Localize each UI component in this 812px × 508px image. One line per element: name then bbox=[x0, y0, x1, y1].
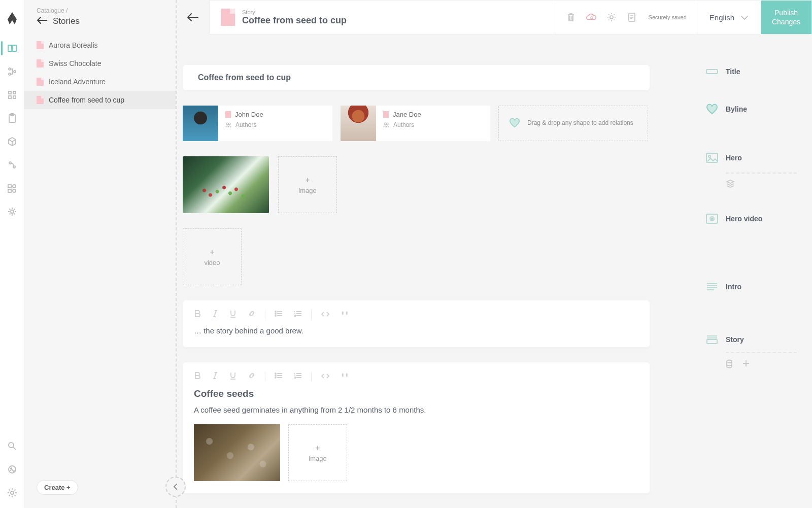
hero-image[interactable] bbox=[183, 156, 269, 213]
breadcrumb: Catalogue / bbox=[37, 7, 165, 14]
code-icon[interactable] bbox=[321, 310, 330, 319]
sidebar-item-story[interactable]: Aurora Borealis bbox=[24, 36, 176, 54]
byline-field: John Doe Authors Jane Doe bbox=[183, 106, 650, 141]
heart-icon bbox=[705, 104, 719, 115]
field-label-story[interactable]: Story bbox=[705, 334, 797, 345]
svg-rect-38 bbox=[707, 340, 717, 344]
plus-icon: + bbox=[305, 176, 310, 185]
bold-icon[interactable] bbox=[194, 310, 201, 319]
title-icon bbox=[705, 66, 719, 77]
create-button[interactable]: Create + bbox=[37, 480, 78, 495]
settings-icon[interactable] bbox=[7, 207, 17, 217]
rte-toolbar bbox=[194, 369, 638, 388]
underline-icon[interactable] bbox=[229, 371, 236, 381]
add-video-button[interactable]: + video bbox=[183, 228, 242, 285]
svg-point-23 bbox=[228, 123, 230, 125]
ol-icon[interactable] bbox=[294, 372, 302, 381]
ul-icon[interactable] bbox=[275, 372, 283, 381]
back-arrow-icon[interactable] bbox=[37, 15, 48, 27]
language-selector[interactable]: English bbox=[697, 1, 761, 34]
settings-icon[interactable] bbox=[606, 12, 617, 23]
document-icon bbox=[221, 9, 235, 26]
story-image[interactable] bbox=[194, 424, 280, 481]
italic-icon[interactable] bbox=[212, 371, 218, 381]
title-text: Coffee from seed to cup bbox=[198, 73, 291, 82]
component-icon[interactable] bbox=[726, 359, 733, 370]
video-icon bbox=[705, 213, 719, 224]
unpublish-icon[interactable] bbox=[586, 12, 597, 23]
sidebar-item-label: Swiss Chocolate bbox=[49, 59, 101, 67]
paragraph-icon bbox=[705, 281, 719, 292]
delete-icon[interactable] bbox=[565, 12, 577, 23]
field-label-hero[interactable]: Hero bbox=[705, 152, 797, 163]
author-role: Authors bbox=[235, 121, 256, 128]
field-label-intro[interactable]: Intro bbox=[705, 281, 797, 292]
story-field[interactable]: Coffee seeds A coffee seed germinates in… bbox=[183, 362, 650, 493]
sidebar-item-story[interactable]: Iceland Adventure bbox=[24, 73, 176, 91]
story-text[interactable]: A coffee seed germinates in anything fro… bbox=[194, 405, 638, 414]
publish-button[interactable]: Publish Changes bbox=[761, 1, 811, 34]
upload-image-label: image bbox=[298, 187, 316, 194]
language-icon[interactable] bbox=[7, 464, 17, 475]
field-rail: Title Byline Hero bbox=[695, 35, 812, 508]
link-icon[interactable] bbox=[248, 310, 256, 319]
document-icon bbox=[37, 59, 44, 67]
document-outline-icon[interactable] bbox=[626, 12, 637, 23]
svg-rect-32 bbox=[706, 70, 718, 74]
cube-icon[interactable] bbox=[7, 137, 17, 147]
underline-icon[interactable] bbox=[229, 310, 236, 319]
sidebar-item-story[interactable]: Swiss Chocolate bbox=[24, 54, 176, 73]
shapes-icon[interactable] bbox=[7, 183, 17, 193]
bold-icon[interactable] bbox=[194, 371, 201, 381]
gear-icon[interactable] bbox=[7, 488, 17, 498]
intro-field[interactable]: … the story behind a good brew. bbox=[183, 300, 650, 347]
sidebar-title: Stories bbox=[53, 16, 80, 26]
sidebar-item-story[interactable]: Coffee from seed to cup bbox=[24, 91, 176, 109]
main-area: Story Coffee from seed to cup bbox=[177, 0, 812, 508]
quote-icon[interactable] bbox=[341, 372, 350, 381]
plus-icon: + bbox=[210, 248, 214, 257]
collapse-sidebar-button[interactable] bbox=[165, 477, 186, 497]
code-icon[interactable] bbox=[321, 372, 330, 381]
svg-point-31 bbox=[275, 377, 276, 378]
svg-point-26 bbox=[275, 311, 276, 312]
author-card[interactable]: John Doe Authors bbox=[183, 106, 332, 141]
author-name: Jane Doe bbox=[393, 111, 421, 118]
svg-point-18 bbox=[11, 491, 14, 494]
field-label-byline[interactable]: Byline bbox=[705, 104, 797, 115]
field-label-herovideo[interactable]: Hero video bbox=[705, 213, 797, 224]
clipboard-icon[interactable] bbox=[7, 113, 17, 123]
ol-icon[interactable] bbox=[294, 310, 302, 319]
grid-icon[interactable] bbox=[7, 90, 17, 100]
add-image-button[interactable]: + image bbox=[278, 156, 337, 213]
sidebar-item-label: Aurora Borealis bbox=[49, 41, 98, 49]
svg-point-15 bbox=[11, 210, 14, 213]
svg-point-2 bbox=[14, 71, 16, 73]
title-field[interactable]: Coffee from seed to cup bbox=[183, 65, 650, 90]
back-button[interactable] bbox=[179, 0, 207, 35]
stack-icon[interactable] bbox=[726, 180, 735, 190]
italic-icon[interactable] bbox=[212, 310, 218, 319]
upload-video-label: video bbox=[204, 259, 220, 266]
author-card[interactable]: Jane Doe Authors bbox=[341, 106, 490, 141]
ul-icon[interactable] bbox=[275, 310, 283, 319]
author-role: Authors bbox=[393, 121, 414, 128]
field-label-title[interactable]: Title bbox=[705, 66, 797, 77]
link-icon[interactable] bbox=[248, 371, 256, 381]
entry-title: Coffee from seed to cup bbox=[242, 15, 347, 26]
svg-point-22 bbox=[226, 123, 228, 125]
webhook-icon[interactable] bbox=[7, 160, 17, 170]
add-image-button[interactable]: + image bbox=[288, 424, 347, 481]
relation-dropzone[interactable]: Drag & drop any shape to add relations bbox=[498, 106, 648, 141]
catalogue-icon[interactable] bbox=[7, 43, 17, 53]
svg-point-16 bbox=[9, 443, 14, 448]
intro-text[interactable]: … the story behind a good brew. bbox=[194, 326, 638, 335]
language-label: English bbox=[709, 13, 734, 22]
svg-point-9 bbox=[9, 162, 11, 164]
story-heading[interactable]: Coffee seeds bbox=[194, 388, 638, 399]
svg-rect-13 bbox=[8, 189, 11, 192]
quote-icon[interactable] bbox=[341, 310, 350, 319]
tree-icon[interactable] bbox=[7, 66, 17, 77]
search-icon[interactable] bbox=[7, 441, 17, 451]
add-icon[interactable] bbox=[742, 359, 750, 370]
